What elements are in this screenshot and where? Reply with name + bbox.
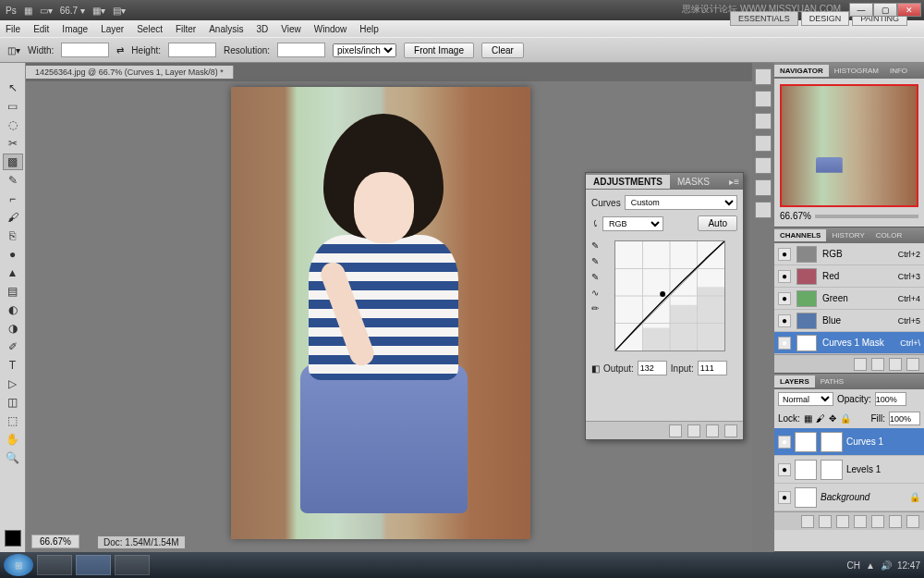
history-brush-tool[interactable]: ● [3, 246, 23, 263]
character-icon[interactable] [755, 135, 772, 152]
menu-3d[interactable]: 3D [256, 24, 268, 34]
pen-tool[interactable]: ✐ [3, 338, 23, 355]
lasso-tool[interactable]: ◌ [3, 117, 23, 133]
maximize-button[interactable]: ▢ [873, 3, 897, 17]
taskbar[interactable]: ⊞ CH ▲ 🔊 12:47 [0, 552, 924, 578]
visibility-icon[interactable]: ● [778, 248, 791, 261]
visibility-icon[interactable]: ● [778, 314, 791, 327]
clock[interactable]: 12:47 [897, 560, 920, 571]
blend-mode-select[interactable]: Normal [778, 392, 833, 406]
hand-tool[interactable]: ✋ [3, 431, 23, 448]
visibility-icon[interactable]: ● [778, 292, 791, 305]
return-icon[interactable] [669, 424, 682, 437]
menu-edit[interactable]: Edit [33, 24, 49, 34]
menu-file[interactable]: File [6, 24, 20, 34]
swap-icon[interactable]: ⇄ [116, 45, 124, 55]
tab-info[interactable]: INFO [884, 65, 913, 77]
task-explorer[interactable] [37, 555, 72, 575]
screen-mode-icon[interactable]: ▭▾ [40, 6, 53, 16]
link-layers-icon[interactable] [801, 515, 814, 528]
input-input[interactable] [698, 361, 727, 375]
reset-icon[interactable] [706, 424, 719, 437]
quick-select-tool[interactable]: ✂ [3, 135, 23, 152]
menu-filter[interactable]: Filter [176, 24, 196, 34]
layer-style-icon[interactable] [819, 515, 832, 528]
tray-sound-icon[interactable]: 🔊 [881, 560, 892, 571]
menu-window[interactable]: Window [314, 24, 347, 34]
minibridge-icon[interactable] [755, 68, 772, 85]
lock-transparent-icon[interactable]: ▦ [804, 413, 812, 424]
navigator-thumbnail[interactable] [780, 84, 918, 207]
eraser-tool[interactable]: ▲ [3, 264, 23, 281]
path-select-tool[interactable]: ▷ [3, 375, 23, 392]
move-tool[interactable]: ↖ [3, 80, 23, 96]
delete-icon[interactable] [724, 424, 737, 437]
lock-all-icon[interactable]: 🔒 [840, 413, 851, 424]
menu-view[interactable]: View [281, 24, 301, 34]
stamp-tool[interactable]: ⎘ [3, 228, 23, 244]
layer-thumb[interactable] [795, 432, 817, 452]
crop-tool-icon[interactable]: ◫▾ [7, 45, 20, 55]
layer-name[interactable]: Levels 1 [846, 464, 881, 474]
paragraph-icon[interactable] [755, 157, 772, 174]
output-input[interactable] [638, 361, 667, 375]
tray-network-icon[interactable]: ▲ [866, 560, 875, 571]
black-eyedropper-icon[interactable]: ✎ [591, 240, 599, 251]
white-eyedropper-icon[interactable]: ✎ [591, 272, 599, 282]
panel-menu-icon[interactable]: ▸≡ [725, 177, 743, 187]
front-image-button[interactable]: Front Image [404, 43, 474, 58]
tab-color[interactable]: COLOR [870, 229, 907, 241]
start-button[interactable]: ⊞ [4, 554, 33, 576]
layer-mask-thumb[interactable] [821, 460, 843, 480]
layer-name[interactable]: Background [821, 492, 869, 502]
doc-switcher-icon[interactable]: ▦ [24, 6, 32, 16]
tab-history[interactable]: HISTORY [826, 229, 869, 241]
type-tool[interactable]: T [3, 357, 23, 374]
new-layer-icon[interactable] [889, 515, 902, 528]
close-button[interactable]: ✕ [897, 3, 921, 17]
clip-icon[interactable]: ◧ [591, 363, 600, 374]
layer-thumb[interactable] [795, 487, 817, 508]
healing-tool[interactable]: ⌐ [3, 191, 23, 207]
curves-graph[interactable] [614, 240, 725, 351]
canvas[interactable] [231, 87, 530, 539]
clear-button[interactable]: Clear [481, 43, 524, 58]
width-input[interactable] [61, 43, 109, 57]
layer-mask-icon[interactable] [836, 515, 849, 528]
preset-select[interactable]: Custom [625, 195, 737, 210]
draw-curve-icon[interactable]: ✏ [591, 303, 599, 314]
menu-analysis[interactable]: Analysis [209, 24, 243, 34]
toggle-icon[interactable] [687, 424, 700, 437]
lock-pixels-icon[interactable]: 🖌 [816, 413, 825, 424]
auto-button[interactable]: Auto [698, 215, 737, 231]
nav-zoom-slider[interactable] [815, 215, 918, 218]
tab-channels[interactable]: CHANNELS [774, 229, 826, 241]
marquee-tool[interactable]: ▭ [3, 98, 23, 115]
group-icon[interactable] [871, 515, 884, 528]
channel-select[interactable]: RGB [602, 216, 663, 231]
units-select[interactable]: pixels/inch [333, 43, 396, 57]
visibility-icon[interactable]: ● [778, 436, 791, 449]
dodge-tool[interactable]: ◑ [3, 320, 23, 337]
brush-tool[interactable]: 🖌 [3, 209, 23, 226]
on-image-icon[interactable]: ⤹ [591, 218, 599, 228]
tab-navigator[interactable]: NAVIGATOR [774, 65, 829, 77]
swatches-icon[interactable] [755, 179, 772, 196]
visibility-icon[interactable]: ● [778, 463, 791, 476]
foreground-color[interactable] [5, 530, 21, 547]
visibility-icon[interactable]: ● [778, 270, 791, 283]
layer-row[interactable]: ●Curves 1 [774, 428, 924, 456]
lock-position-icon[interactable]: ✥ [829, 413, 836, 424]
lang-indicator[interactable]: CH [847, 560, 860, 571]
fill-input[interactable] [889, 412, 920, 425]
opacity-input[interactable] [875, 392, 906, 406]
minimize-button[interactable]: — [849, 3, 873, 17]
channel-row[interactable]: ●Curves 1 MaskCtrl+\ [774, 332, 924, 354]
zoom-tool[interactable]: 🔍 [3, 449, 23, 466]
shape-tool[interactable]: ◫ [3, 394, 23, 411]
doc-info[interactable]: Doc: 1.54M/1.54M [98, 536, 185, 548]
layer-row[interactable]: ●Background🔒 [774, 484, 924, 511]
3d-tool[interactable]: ⬚ [3, 412, 23, 429]
task-photoshop[interactable] [76, 555, 111, 575]
arrange-icon[interactable]: ▤▾ [113, 6, 126, 16]
